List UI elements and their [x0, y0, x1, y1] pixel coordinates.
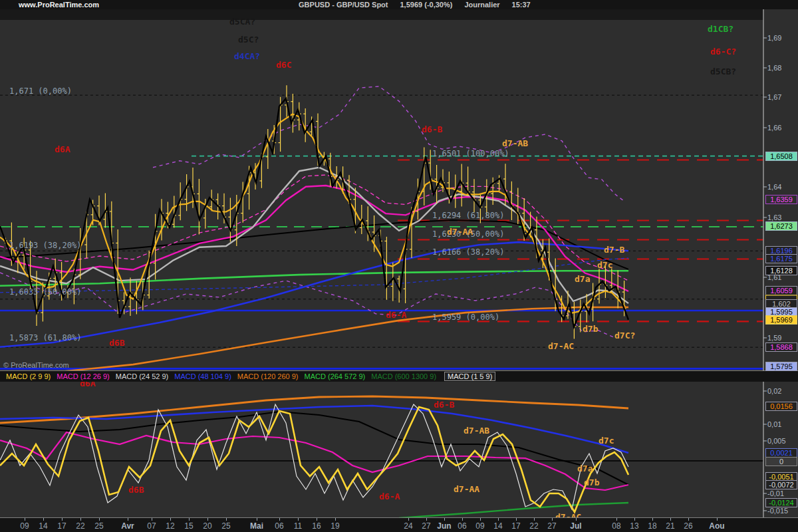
x-axis-label-24: 27	[547, 521, 556, 531]
x-axis-label-13: 11	[294, 521, 302, 531]
x-axis-label-9: 20	[203, 521, 211, 531]
x-tick	[516, 518, 517, 521]
x-tick	[576, 518, 577, 521]
x-axis-label-4: 25	[94, 521, 103, 531]
macd-legend-item-3[interactable]: MACD (48 104 9)	[174, 372, 231, 380]
x-tick	[717, 518, 718, 521]
x-tick	[444, 518, 445, 521]
macd-legend-item-2[interactable]: MACD (24 52 9)	[116, 372, 168, 380]
x-tick	[552, 518, 553, 521]
macd-legend-item-7[interactable]: MACD (1 5 9)	[444, 372, 495, 381]
x-axis-label-16: 24	[404, 521, 412, 531]
x-tick	[670, 518, 671, 521]
x-axis-label-0: 09	[20, 521, 29, 531]
x-axis-label-30: 26	[684, 521, 692, 531]
x-tick	[498, 518, 499, 521]
x-tick	[426, 518, 427, 521]
x-tick	[189, 518, 190, 521]
x-axis-label-29: 21	[666, 521, 674, 531]
x-tick	[616, 518, 617, 521]
x-axis-label-12: 06	[275, 521, 283, 531]
x-tick	[298, 518, 299, 521]
x-axis-label-10: 25	[221, 521, 230, 531]
x-axis-label-22: 17	[511, 521, 520, 531]
x-axis-label-18: Jun	[437, 521, 451, 531]
time-axis[interactable]: 0914172225Avr0712152025Mai061116192427Ju…	[0, 517, 798, 532]
macd-legend-item-1[interactable]: MACD (12 26 9)	[57, 372, 109, 380]
x-axis-label-2: 17	[57, 521, 66, 531]
x-axis-label-21: 14	[493, 521, 502, 531]
x-axis-label-7: 12	[166, 521, 174, 531]
macd-legend-item-5[interactable]: MACD (264 572 9)	[305, 372, 366, 380]
x-axis-label-3: 22	[76, 521, 84, 531]
x-axis-label-11: Mai	[250, 521, 263, 531]
x-axis-label-26: 08	[612, 521, 620, 531]
x-tick	[634, 518, 635, 521]
x-tick	[534, 518, 535, 521]
x-tick	[152, 518, 152, 521]
x-tick	[688, 518, 689, 521]
x-axis-label-15: 19	[331, 521, 339, 531]
x-tick	[43, 518, 44, 521]
x-axis-label-8: 15	[184, 521, 193, 531]
x-tick	[257, 518, 257, 521]
x-axis-label-28: 18	[648, 521, 656, 531]
x-axis-label-5: Avr	[121, 521, 134, 531]
x-tick	[226, 518, 227, 521]
prorealtime-chart-window: { "title_bar": { "site": "www.ProRealTim…	[0, 0, 798, 532]
x-axis-label-27: 13	[630, 521, 638, 531]
x-axis-label-6: 07	[147, 521, 156, 531]
x-tick	[480, 518, 481, 521]
chart-canvas[interactable]	[0, 0, 798, 532]
x-tick	[652, 518, 653, 521]
x-tick	[99, 518, 100, 521]
macd-legend-item-0[interactable]: MACD (2 9 9)	[6, 372, 51, 380]
x-tick	[207, 518, 208, 521]
x-tick	[128, 518, 128, 521]
x-tick	[25, 518, 25, 521]
x-tick	[408, 518, 409, 521]
x-axis-label-14: 16	[312, 521, 321, 531]
macd-legend-item-6[interactable]: MACD (600 1300 9)	[371, 372, 436, 380]
x-tick	[62, 518, 63, 521]
x-tick	[170, 518, 171, 521]
x-tick	[335, 518, 336, 521]
x-axis-label-23: 22	[529, 521, 538, 531]
x-axis-label-31: Aou	[709, 521, 724, 531]
x-tick	[279, 518, 280, 521]
x-axis-label-17: 27	[422, 521, 430, 531]
copyright-label: © ProRealTime.com	[3, 361, 69, 369]
macd-legend-item-4[interactable]: MACD (120 260 9)	[237, 372, 299, 380]
macd-legend-bar: MACD (2 9 9)MACD (12 26 9)MACD (24 52 9)…	[0, 371, 798, 382]
x-tick	[80, 518, 81, 521]
x-tick	[462, 518, 463, 521]
x-axis-label-20: 09	[475, 521, 484, 531]
x-tick	[317, 518, 317, 521]
x-axis-label-19: 06	[458, 521, 466, 531]
x-axis-label-1: 14	[39, 521, 47, 531]
x-axis-label-25: Jul	[570, 521, 581, 531]
